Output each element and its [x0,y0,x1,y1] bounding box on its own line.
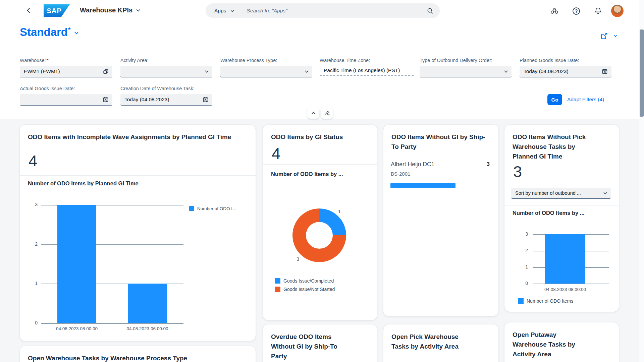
chart-title: Number of ODO Items by ... [271,171,343,177]
filter-warehouse-time-zone: Warehouse Time Zone: Pacific Time (Los A… [320,58,414,76]
kpi-value: 3 [513,162,522,181]
warehouse-process-type-select[interactable] [220,66,312,77]
help-icon[interactable]: ? [572,7,581,15]
chevron-down-icon [504,69,508,74]
card-title: ODO Items Without GI by Ship-To Party [391,132,485,152]
bell-icon[interactable] [594,7,602,15]
scrollbar-track[interactable] [639,0,644,362]
back-button[interactable] [23,5,34,15]
card-odo-without-gi[interactable]: ODO Items Without GI by Ship-To Party Al… [383,125,498,316]
chevron-down-icon [603,191,607,195]
share-menu[interactable] [600,32,618,40]
filter-label: Actual Goods Issue Date: [20,86,75,91]
actual-gi-date-input[interactable] [20,94,112,106]
card-title: ODO Items Without Pick Warehouse Tasks b… [513,132,595,161]
warehouse-time-zone-value: Pacific Time (Los Angeles) (PST) [320,67,414,76]
filter-label: Type of Outbound Delivery Order: [420,58,492,63]
scrollbar-thumb[interactable] [640,29,644,117]
search-input[interactable]: Search In: "Apps" [247,8,427,14]
chart-legend: Number of ODO I... [189,206,236,211]
back-icon [25,7,32,13]
sort-select[interactable]: Sort by number of outbound ... [511,188,611,199]
chevron-up-icon [311,111,316,116]
divider [504,205,619,205]
filter-odo-type: Type of Outbound Delivery Order: [420,58,512,77]
card-title: ODO Items with Incomplete Wave Assignmen… [28,132,231,142]
sap-logo-text: SAP [47,7,62,15]
unpin-filter-button[interactable] [321,107,333,119]
collapse-filter-button[interactable] [307,107,319,119]
bar-chart: Number of ODO Items 321004.08.2023 08:00… [504,219,619,312]
share-icon [600,32,608,40]
planned-gi-date-input[interactable]: Today (04.08.2023) [520,66,611,77]
date-picker-icon[interactable] [601,68,608,75]
go-button[interactable]: Go [547,94,562,105]
binoculars-icon[interactable] [550,7,559,15]
filter-label: Warehouse Process Type: [220,58,277,63]
card-overdue-odo-items[interactable]: Overdue ODO Items Without GI by Ship-To … [263,324,377,362]
svg-text:?: ? [575,8,578,14]
card-open-warehouse-tasks[interactable]: Open Warehouse Tasks by Warehouse Proces… [20,346,256,362]
chevron-down-icon [136,8,141,13]
app-title-menu[interactable]: Warehouse KPIs [80,6,141,14]
ship-to-party-name: Albert Heijn DC1 [391,161,434,168]
filter-wt-creation-date: Creation Date of Warehouse Task: Today (… [120,86,212,106]
card-title: Open Warehouse Tasks by Warehouse Proces… [28,353,187,362]
filter-label: Planned Goods Issue Date: [520,58,579,63]
warehouse-input[interactable]: EWM1 (EWM1) [20,66,112,77]
card-open-putaway-tasks[interactable]: Open Putaway Warehouse Tasks by Activity… [504,322,619,362]
odo-type-select[interactable] [420,66,512,77]
unpin-icon [324,110,330,116]
legend-label: Number of ODO I... [197,206,236,211]
divider [504,183,619,183]
filter-actual-gi-date: Actual Goods Issue Date: [20,86,112,106]
filter-label: Creation Date of Warehouse Task: [120,86,195,91]
wt-creation-date-input[interactable]: Today (04.08.2023) [120,94,212,106]
legend-swatch [275,278,280,284]
slice-value-label: 3 [297,256,299,262]
card-title: ODO Items by GI Status [271,132,343,142]
chart-legend: Number of ODO Items [518,298,573,304]
shell-search[interactable]: Apps Search In: "Apps" [206,3,440,18]
variant-selector[interactable]: Standard* [20,26,79,38]
chevron-down-icon [305,69,309,74]
filter-warehouse-process-type: Warehouse Process Type: [220,58,312,77]
legend-label: Number of ODO Items [527,298,573,304]
card-title: Overdue ODO Items Without GI by Ship-To … [271,332,342,361]
page-title: Standard [20,26,68,38]
kpi-value: 4 [272,144,280,163]
chevron-down-icon [74,26,79,36]
activity-area-select[interactable] [120,66,212,77]
legend-label: Goods Issue/Not Started [283,287,335,292]
search-scope-label: Apps [214,8,226,14]
adapt-filters-link[interactable]: Adapt Filters (4) [567,97,604,103]
required-marker: * [47,58,49,63]
card-open-pick-tasks[interactable]: Open Pick Warehouse Tasks by Activity Ar… [383,324,498,362]
ship-to-party-value: 3 [487,161,490,168]
sap-logo[interactable]: SAP [44,4,70,17]
filter-activity-area: Activity Area: [120,58,212,77]
date-picker-icon[interactable] [102,96,109,103]
filter-label: Warehouse Time Zone: [320,58,370,63]
chart-title: Number of ODO Items by ... [513,210,585,216]
card-odo-incomplete-wave[interactable]: ODO Items with Incomplete Wave Assignmen… [20,125,256,341]
horizontal-bar [390,183,455,188]
search-scope-select[interactable]: Apps [214,8,234,14]
chart-legend: Goods Issue/Completed Goods Issue/Not St… [275,278,335,292]
card-title: Open Putaway Warehouse Tasks by Activity… [513,330,578,359]
date-picker-icon[interactable] [202,96,209,103]
chevron-down-icon [613,34,618,38]
search-icon[interactable] [427,7,434,14]
legend-swatch [518,298,524,304]
warehouse-kpis-screen: SAP Warehouse KPIs Apps Search In: "Apps… [0,0,644,362]
card-title: Open Pick Warehouse Tasks by Activity Ar… [391,332,464,351]
ship-to-party-id: BS-2001 [391,171,410,177]
user-avatar[interactable] [611,5,624,17]
chart-title: Number of ODO Items by Planned GI Time [28,180,139,187]
slice-value-label: 1 [338,208,341,214]
card-odo-gi-status[interactable]: ODO Items by GI Status 4 Number of ODO I… [263,125,377,320]
card-odo-without-pick[interactable]: ODO Items Without Pick Warehouse Tasks b… [504,125,619,312]
value-help-icon[interactable] [103,68,109,75]
divider [263,164,377,165]
filter-label: Warehouse: [20,58,46,63]
